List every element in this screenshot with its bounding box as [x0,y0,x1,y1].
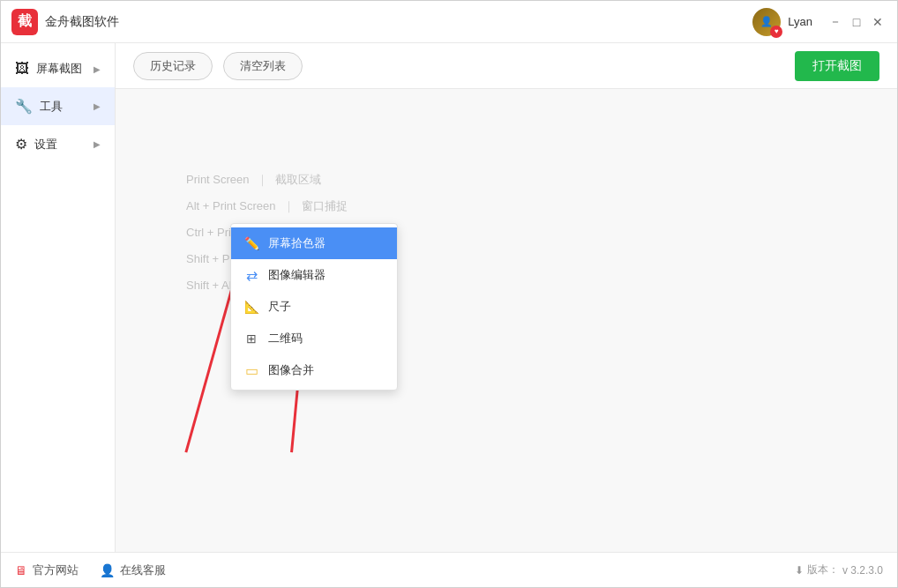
menu-item-image-merge[interactable]: ▭ 图像合并 [231,354,397,386]
chevron-right-icon-2: ▶ [94,101,101,111]
content-area: 历史记录 清空列表 打开截图 Print Screen ｜ 截取区域 Alt +… [116,43,897,552]
sidebar-item-settings[interactable]: ⚙ 设置 ▶ [1,125,115,163]
sidebar-item-tools-label: 工具 [40,99,63,115]
website-label: 官方网站 [33,562,79,578]
color-picker-icon: ✏️ [243,235,259,251]
image-editor-icon: ⇄ [243,267,259,283]
shortcut-key-1: Print Screen [186,168,250,191]
menu-item-qrcode[interactable]: ⊞ 二维码 [231,323,397,354]
menu-item-image-editor-label: 图像编辑器 [268,267,326,283]
menu-item-color-picker[interactable]: ✏️ 屏幕拾色器 [231,227,397,259]
menu-item-image-editor[interactable]: ⇄ 图像编辑器 [231,259,397,291]
app-logo: 截 [11,9,38,35]
settings-icon: ⚙ [15,136,27,153]
shortcut-line-1: Print Screen ｜ 截取区域 [186,168,383,191]
download-icon: ⬇ [795,564,804,577]
version-info: ⬇ 版本： v 3.2.3.0 [795,562,883,577]
titlebar: 截 金舟截图软件 👤 ♥ Lyan － □ ✕ [1,1,897,43]
close-button[interactable]: ✕ [869,13,887,31]
menu-item-color-picker-label: 屏幕拾色器 [268,235,326,251]
menu-item-ruler-label: 尺子 [268,299,291,315]
tools-dropdown-menu: ✏️ 屏幕拾色器 ⇄ 图像编辑器 📐 尺子 ⊞ [230,223,398,391]
screenshot-icon: 🖼 [15,61,29,77]
menu-item-qrcode-label: 二维码 [268,331,303,346]
version-value: v 3.2.3.0 [842,564,883,577]
open-screenshot-button[interactable]: 打开截图 [795,51,879,81]
chevron-right-icon-3: ▶ [94,139,101,149]
maximize-button[interactable]: □ [848,13,865,31]
shortcut-action-1: 截取区域 [275,168,321,191]
minimize-button[interactable]: － [827,13,844,31]
app-title: 金舟截图软件 [45,14,119,30]
menu-item-ruler[interactable]: 📐 尺子 [231,291,397,323]
image-merge-icon: ▭ [243,362,259,378]
chevron-right-icon: ▶ [94,64,101,74]
shortcut-action-2: 窗口捕捉 [302,195,348,218]
sidebar-item-screenshot[interactable]: 🖼 屏幕截图 ▶ [1,50,115,87]
user-badge: ♥ [770,26,782,38]
footer: 🖥 官方网站 👤 在线客服 ⬇ 版本： v 3.2.3.0 [1,552,897,587]
sidebar-item-settings-label: 设置 [34,137,57,153]
sidebar: 🖼 屏幕截图 ▶ 🔧 工具 ▶ ⚙ 设置 ▶ [1,43,116,552]
ruler-icon: 📐 [243,299,259,315]
sidebar-item-screenshot-label: 屏幕截图 [36,61,82,77]
website-icon: 🖥 [15,563,27,577]
support-label: 在线客服 [120,562,166,578]
content-body: Print Screen ｜ 截取区域 Alt + Print Screen ｜… [116,89,897,552]
website-link[interactable]: 🖥 官方网站 [15,562,79,578]
clear-button[interactable]: 清空列表 [223,52,303,80]
avatar: 👤 ♥ [752,8,781,36]
sidebar-item-tools[interactable]: 🔧 工具 ▶ [1,87,115,125]
toolbar: 历史记录 清空列表 打开截图 [116,43,897,89]
main-window: 截 金舟截图软件 👤 ♥ Lyan － □ ✕ 🖼 屏幕截图 ▶ [0,0,898,588]
version-label: 版本： [807,562,839,577]
shortcut-key-2: Alt + Print Screen [186,195,276,218]
username-label: Lyan [788,15,812,28]
history-button[interactable]: 历史记录 [133,52,213,80]
titlebar-right: 👤 ♥ Lyan － □ ✕ [752,8,887,36]
menu-item-image-merge-label: 图像合并 [268,362,314,378]
main-area: 🖼 屏幕截图 ▶ 🔧 工具 ▶ ⚙ 设置 ▶ 历史记录 清空列表 打开截图 [1,43,897,552]
support-link[interactable]: 👤 在线客服 [100,562,166,578]
tools-icon: 🔧 [15,98,33,115]
shortcut-line-2: Alt + Print Screen ｜ 窗口捕捉 [186,195,383,218]
window-controls: － □ ✕ [827,13,887,31]
support-icon: 👤 [100,563,115,577]
qrcode-icon: ⊞ [243,331,259,346]
